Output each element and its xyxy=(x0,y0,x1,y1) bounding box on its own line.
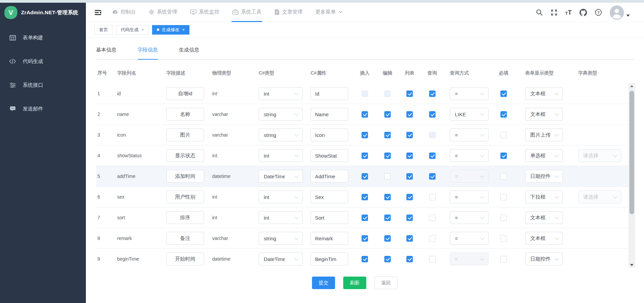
tag-code-gen[interactable]: 代码生成× xyxy=(116,25,149,35)
edit-checkbox[interactable] xyxy=(384,235,391,242)
sidebar-item-system-api[interactable]: 系统接口 xyxy=(0,73,86,97)
edit-checkbox[interactable] xyxy=(384,90,391,97)
insert-checkbox[interactable] xyxy=(362,194,368,200)
menu-fold-icon[interactable] xyxy=(94,9,102,16)
display-type-select[interactable]: 日期控件 xyxy=(525,252,563,265)
required-checkbox[interactable] xyxy=(500,111,507,118)
query-mode-select[interactable]: = xyxy=(450,128,489,141)
dict-type-select[interactable]: 请选择 xyxy=(578,190,621,203)
cs-type-select[interactable]: int xyxy=(259,87,303,100)
edit-checkbox[interactable] xyxy=(384,153,391,159)
query-mode-select[interactable]: = xyxy=(450,252,489,265)
query-mode-select[interactable]: LIKE xyxy=(450,108,489,121)
list-checkbox[interactable] xyxy=(406,90,413,97)
cs-type-select[interactable]: string xyxy=(259,128,303,141)
sidebar-item-form-builder[interactable]: 表单构建 xyxy=(0,26,86,49)
cs-type-select[interactable]: DateTime xyxy=(259,170,303,183)
cs-prop-input[interactable]: Sort xyxy=(311,211,348,224)
fullscreen-icon[interactable] xyxy=(551,9,557,16)
nav-item-system-manage[interactable]: 系统管理 xyxy=(148,3,178,22)
required-checkbox[interactable] xyxy=(500,235,507,242)
list-checkbox[interactable] xyxy=(406,173,413,180)
scroll-up-arrow[interactable] xyxy=(628,83,635,89)
submit-button[interactable]: 提交 xyxy=(312,277,335,289)
query-checkbox[interactable] xyxy=(429,215,436,221)
required-checkbox[interactable] xyxy=(500,153,507,159)
avatar-caret-icon[interactable] xyxy=(626,15,630,17)
sidebar-item-code-gen[interactable]: 代码生成 xyxy=(0,49,86,73)
required-checkbox[interactable] xyxy=(500,215,507,221)
field-desc-input[interactable]: 开始时间 xyxy=(166,252,204,265)
cs-prop-input[interactable]: Icon xyxy=(311,128,348,141)
query-checkbox[interactable] xyxy=(429,194,436,200)
required-checkbox[interactable] xyxy=(500,132,507,138)
insert-checkbox[interactable] xyxy=(362,132,368,138)
list-checkbox[interactable] xyxy=(406,111,413,118)
nav-item-system-monitor[interactable]: 系统监控 xyxy=(189,3,220,22)
query-mode-select[interactable]: = xyxy=(450,170,489,183)
tab-generate-info[interactable]: 生成信息 xyxy=(179,46,199,59)
required-checkbox[interactable] xyxy=(500,256,507,262)
scrollbar-thumb[interactable] xyxy=(629,91,634,214)
cs-prop-input[interactable]: Remark xyxy=(311,232,348,245)
tab-basic-info[interactable]: 基本信息 xyxy=(96,46,116,59)
nav-item-more-menu[interactable]: 更多菜单 xyxy=(315,3,343,22)
insert-checkbox[interactable] xyxy=(362,173,368,180)
query-mode-select[interactable]: = xyxy=(450,190,489,203)
nav-item-dashboard[interactable]: 控制台 xyxy=(111,3,136,22)
tab-field-info[interactable]: 字段信息 xyxy=(137,46,158,59)
display-type-select[interactable]: 文本框 xyxy=(525,232,563,245)
insert-checkbox[interactable] xyxy=(362,235,368,242)
field-desc-input[interactable]: 添加时间 xyxy=(166,170,204,183)
nav-item-article-manage[interactable]: 文章管理 xyxy=(274,3,303,22)
field-desc-input[interactable]: 自增id xyxy=(166,87,204,100)
insert-checkbox[interactable] xyxy=(362,90,368,97)
list-checkbox[interactable] xyxy=(406,235,413,242)
vertical-scrollbar[interactable] xyxy=(628,83,635,268)
user-menu[interactable] xyxy=(610,5,630,20)
insert-checkbox[interactable] xyxy=(362,153,368,159)
insert-checkbox[interactable] xyxy=(362,256,368,262)
nav-item-system-tools[interactable]: 系统工具 xyxy=(232,3,262,22)
edit-checkbox[interactable] xyxy=(384,215,391,221)
app-logo[interactable]: V ZrAdmin.NET-管理系统 xyxy=(0,3,86,22)
cs-prop-input[interactable]: Sex xyxy=(311,190,348,203)
query-mode-select[interactable]: = xyxy=(450,232,489,245)
help-icon[interactable]: ? xyxy=(595,9,602,16)
cs-type-select[interactable]: string xyxy=(259,108,303,121)
edit-checkbox[interactable] xyxy=(384,256,391,262)
required-checkbox[interactable] xyxy=(500,173,507,180)
cs-type-select[interactable]: int xyxy=(259,190,303,203)
display-type-select[interactable]: 文本框 xyxy=(525,87,563,100)
query-mode-select[interactable]: = xyxy=(450,211,489,224)
field-desc-input[interactable]: 名称 xyxy=(166,108,204,121)
query-checkbox[interactable] xyxy=(429,153,436,159)
list-checkbox[interactable] xyxy=(406,132,413,138)
github-icon[interactable] xyxy=(579,9,587,16)
tag-generate-edit[interactable]: 生成修改× xyxy=(152,25,190,35)
query-checkbox[interactable] xyxy=(429,132,436,138)
query-checkbox[interactable] xyxy=(429,235,436,242)
display-type-select[interactable]: 文本框 xyxy=(525,211,563,224)
search-icon[interactable] xyxy=(536,9,543,16)
cs-prop-input[interactable]: ShowStat xyxy=(311,149,348,162)
cs-prop-input[interactable]: BeginTim xyxy=(311,252,348,265)
insert-checkbox[interactable] xyxy=(362,215,368,221)
field-desc-input[interactable]: 排序 xyxy=(166,211,204,224)
list-checkbox[interactable] xyxy=(406,153,413,159)
display-type-select[interactable]: 下拉框 xyxy=(525,190,563,203)
insert-checkbox[interactable] xyxy=(362,111,368,118)
list-checkbox[interactable] xyxy=(406,194,413,200)
query-checkbox[interactable] xyxy=(429,256,436,262)
query-checkbox[interactable] xyxy=(429,173,436,180)
scroll-down-arrow[interactable] xyxy=(628,262,635,268)
field-desc-input[interactable]: 备注 xyxy=(166,232,204,245)
back-button[interactable]: 返回 xyxy=(374,277,398,289)
query-mode-select[interactable]: = xyxy=(450,87,489,100)
display-type-select[interactable]: 日期控件 xyxy=(525,170,563,183)
field-desc-input[interactable]: 用户性别 xyxy=(166,190,204,203)
refresh-button[interactable]: 刷新 xyxy=(343,277,366,289)
close-icon[interactable]: × xyxy=(182,27,185,32)
list-checkbox[interactable] xyxy=(406,215,413,221)
sidebar-item-send-mail[interactable]: 发送邮件 xyxy=(0,97,86,121)
